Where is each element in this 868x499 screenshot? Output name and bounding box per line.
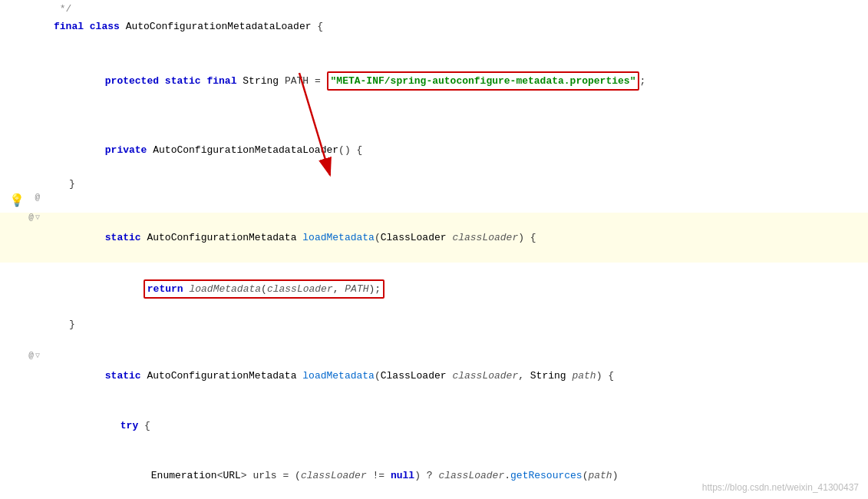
fold-icon[interactable]: ▽ <box>35 351 40 360</box>
code-line: */ <box>0 0 868 18</box>
code-line-loadmeta2: @ ▽ static AutoConfigurationMetadata loa… <box>0 351 868 401</box>
code-content: } <box>46 175 868 193</box>
code-content <box>46 35 868 53</box>
code-line <box>0 333 868 351</box>
code-content <box>46 107 868 125</box>
code-content-loadmeta2: static AutoConfigurationMetadata loadMet… <box>46 351 868 401</box>
at-symbol: @ <box>28 213 34 222</box>
fold-icon[interactable]: ▽ <box>35 213 40 222</box>
code-line: private AutoConfigurationMetadataLoader(… <box>0 125 868 175</box>
code-content: private AutoConfigurationMetadataLoader(… <box>46 125 868 175</box>
code-line <box>0 107 868 125</box>
at-symbol: @ <box>28 351 34 360</box>
code-content-try: try { <box>46 401 868 451</box>
code-line: } <box>0 175 868 193</box>
code-content <box>46 333 868 351</box>
code-content-return1: return loadMetadata(classLoader, PATH); <box>46 263 868 316</box>
code-content <box>46 193 868 210</box>
code-line-loadmeta1: @ ▽ static AutoConfigurationMetadata loa… <box>0 213 868 263</box>
watermark: https://blog.csdn.net/weixin_41300437 <box>702 482 859 493</box>
code-line-return1: return loadMetadata(classLoader, PATH); <box>0 263 868 316</box>
code-content-loadmeta1: static AutoConfigurationMetadata loadMet… <box>46 213 868 263</box>
code-line-path: protected static final String PATH = "ME… <box>0 55 868 107</box>
code-line: final class AutoConfigurationMetadataLoa… <box>0 18 868 35</box>
code-line <box>0 35 868 53</box>
code-content: */ <box>46 0 868 18</box>
gutter: @ ▽ <box>0 351 46 360</box>
code-content: } <box>46 316 868 333</box>
code-content-path: protected static final String PATH = "ME… <box>46 55 868 107</box>
lightbulb-icon: 💡 <box>9 193 25 208</box>
code-line: @ 💡 <box>0 193 868 213</box>
at-symbol: @ <box>35 193 40 202</box>
code-line-try: try { <box>0 401 868 451</box>
gutter: @ ▽ <box>0 213 46 222</box>
code-line: } <box>0 316 868 333</box>
code-editor: { "title": "AutoConfigurationMetadataLoa… <box>0 0 868 499</box>
code-content: final class AutoConfigurationMetadataLoa… <box>46 18 868 35</box>
